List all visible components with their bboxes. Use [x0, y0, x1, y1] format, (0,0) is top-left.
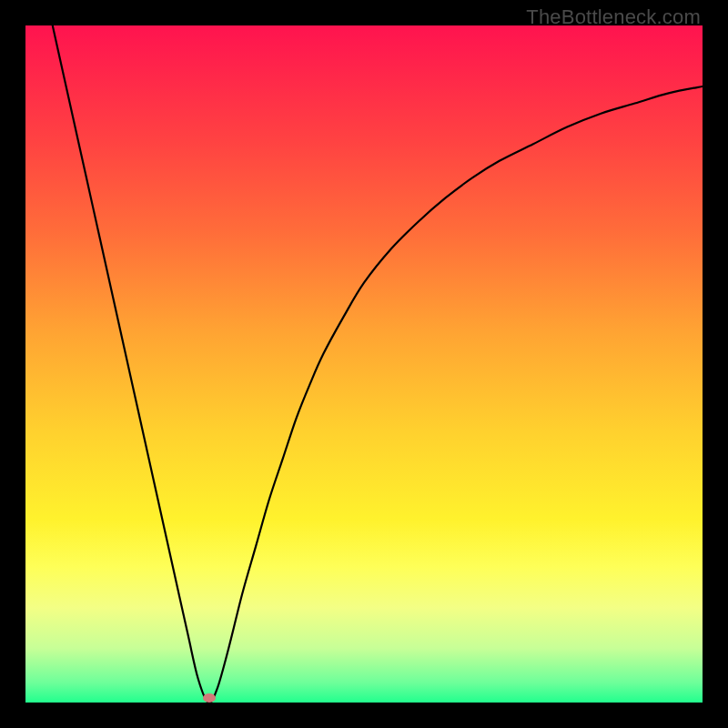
plot-area [25, 25, 703, 703]
chart-frame: TheBottleneck.com [0, 0, 728, 728]
optimum-marker [203, 693, 216, 703]
watermark-text: TheBottleneck.com [526, 5, 701, 29]
bottleneck-curve [25, 25, 703, 703]
